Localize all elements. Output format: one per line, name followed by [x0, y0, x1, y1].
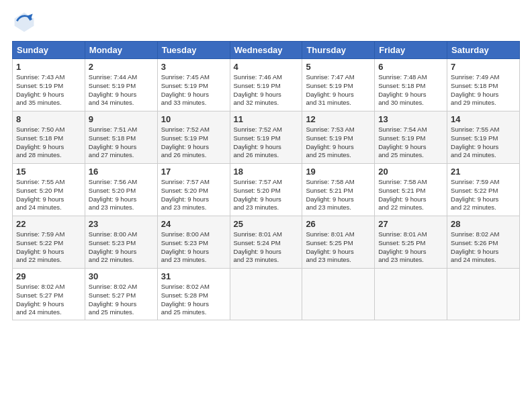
cell-info: Sunrise: 8:02 AMSunset: 5:27 PMDaylight:… — [89, 283, 154, 317]
day-number: 2 — [89, 62, 154, 72]
day-number: 30 — [89, 271, 154, 281]
day-number: 6 — [378, 62, 443, 72]
calendar-cell: 10Sunrise: 7:52 AMSunset: 5:19 PMDayligh… — [157, 111, 230, 164]
calendar-cell: 14Sunrise: 7:55 AMSunset: 5:19 PMDayligh… — [447, 111, 520, 164]
day-number: 10 — [161, 114, 226, 124]
cell-info: Sunrise: 7:58 AMSunset: 5:21 PMDaylight:… — [378, 178, 443, 212]
weekday-header-thursday: Thursday — [302, 42, 375, 59]
day-number: 18 — [234, 167, 299, 177]
cell-info: Sunrise: 8:02 AMSunset: 5:26 PMDaylight:… — [451, 230, 516, 265]
calendar-cell: 9Sunrise: 7:51 AMSunset: 5:18 PMDaylight… — [85, 111, 157, 164]
day-number: 28 — [451, 219, 516, 229]
cell-info: Sunrise: 7:51 AMSunset: 5:18 PMDaylight:… — [89, 126, 154, 160]
day-number: 31 — [161, 271, 226, 281]
header — [12, 10, 520, 34]
calendar-cell: 22Sunrise: 7:59 AMSunset: 5:22 PMDayligh… — [13, 216, 85, 269]
logo — [12, 10, 39, 34]
day-number: 3 — [161, 62, 226, 72]
day-number: 20 — [378, 167, 443, 177]
cell-info: Sunrise: 7:53 AMSunset: 5:19 PMDaylight:… — [306, 126, 371, 160]
calendar-cell: 15Sunrise: 7:55 AMSunset: 5:20 PMDayligh… — [13, 164, 85, 216]
day-number: 12 — [306, 114, 371, 124]
week-row-4: 29Sunrise: 8:02 AMSunset: 5:27 PMDayligh… — [13, 269, 520, 320]
calendar-cell: 29Sunrise: 8:02 AMSunset: 5:27 PMDayligh… — [13, 269, 85, 320]
calendar-cell: 30Sunrise: 8:02 AMSunset: 5:27 PMDayligh… — [85, 269, 157, 320]
calendar-cell: 25Sunrise: 8:01 AMSunset: 5:24 PMDayligh… — [230, 216, 302, 269]
calendar-cell: 3Sunrise: 7:45 AMSunset: 5:19 PMDaylight… — [157, 59, 230, 111]
day-number: 9 — [89, 114, 154, 124]
calendar-cell: 23Sunrise: 8:00 AMSunset: 5:23 PMDayligh… — [85, 216, 157, 269]
calendar-cell: 5Sunrise: 7:47 AMSunset: 5:19 PMDaylight… — [302, 59, 375, 111]
calendar-cell: 11Sunrise: 7:52 AMSunset: 5:19 PMDayligh… — [230, 111, 302, 164]
cell-info: Sunrise: 7:47 AMSunset: 5:19 PMDaylight:… — [306, 73, 371, 107]
calendar-cell — [447, 269, 520, 320]
day-number: 4 — [234, 62, 299, 72]
day-number: 21 — [451, 167, 516, 177]
day-number: 14 — [451, 114, 516, 124]
cell-info: Sunrise: 8:00 AMSunset: 5:23 PMDaylight:… — [89, 230, 154, 265]
cell-info: Sunrise: 8:01 AMSunset: 5:25 PMDaylight:… — [378, 230, 443, 265]
week-row-2: 15Sunrise: 7:55 AMSunset: 5:20 PMDayligh… — [13, 164, 520, 216]
calendar-cell: 31Sunrise: 8:02 AMSunset: 5:28 PMDayligh… — [157, 269, 230, 320]
weekday-header-sunday: Sunday — [13, 42, 85, 59]
cell-info: Sunrise: 8:02 AMSunset: 5:28 PMDaylight:… — [161, 283, 226, 317]
cell-info: Sunrise: 8:01 AMSunset: 5:24 PMDaylight:… — [234, 230, 299, 265]
calendar-cell: 12Sunrise: 7:53 AMSunset: 5:19 PMDayligh… — [302, 111, 375, 164]
cell-info: Sunrise: 7:58 AMSunset: 5:21 PMDaylight:… — [306, 178, 371, 212]
day-number: 29 — [16, 271, 81, 281]
calendar-cell: 21Sunrise: 7:59 AMSunset: 5:22 PMDayligh… — [447, 164, 520, 216]
week-row-3: 22Sunrise: 7:59 AMSunset: 5:22 PMDayligh… — [13, 216, 520, 269]
day-number: 7 — [451, 62, 516, 72]
day-number: 25 — [234, 219, 299, 229]
weekday-header-tuesday: Tuesday — [157, 42, 230, 59]
calendar-cell: 27Sunrise: 8:01 AMSunset: 5:25 PMDayligh… — [375, 216, 447, 269]
weekday-header-friday: Friday — [375, 42, 447, 59]
cell-info: Sunrise: 7:55 AMSunset: 5:20 PMDaylight:… — [16, 178, 81, 212]
cell-info: Sunrise: 7:56 AMSunset: 5:20 PMDaylight:… — [89, 178, 154, 212]
calendar-cell — [302, 269, 375, 320]
cell-info: Sunrise: 8:01 AMSunset: 5:25 PMDaylight:… — [306, 230, 371, 265]
day-number: 8 — [16, 114, 81, 124]
cell-info: Sunrise: 8:02 AMSunset: 5:27 PMDaylight:… — [16, 283, 81, 317]
calendar-cell: 19Sunrise: 7:58 AMSunset: 5:21 PMDayligh… — [302, 164, 375, 216]
day-number: 26 — [306, 219, 371, 229]
calendar-cell: 18Sunrise: 7:57 AMSunset: 5:20 PMDayligh… — [230, 164, 302, 216]
day-number: 22 — [16, 219, 81, 229]
cell-info: Sunrise: 7:52 AMSunset: 5:19 PMDaylight:… — [234, 126, 299, 160]
weekday-header-monday: Monday — [85, 42, 157, 59]
cell-info: Sunrise: 7:44 AMSunset: 5:19 PMDaylight:… — [89, 73, 154, 107]
calendar-cell: 17Sunrise: 7:57 AMSunset: 5:20 PMDayligh… — [157, 164, 230, 216]
calendar-cell: 7Sunrise: 7:49 AMSunset: 5:18 PMDaylight… — [447, 59, 520, 111]
cell-info: Sunrise: 7:49 AMSunset: 5:18 PMDaylight:… — [451, 73, 516, 107]
calendar-page: SundayMondayTuesdayWednesdayThursdayFrid… — [0, 0, 532, 411]
calendar-cell: 13Sunrise: 7:54 AMSunset: 5:19 PMDayligh… — [375, 111, 447, 164]
cell-info: Sunrise: 8:00 AMSunset: 5:23 PMDaylight:… — [161, 230, 226, 265]
logo-icon — [12, 10, 36, 34]
cell-info: Sunrise: 7:57 AMSunset: 5:20 PMDaylight:… — [161, 178, 226, 212]
day-number: 19 — [306, 167, 371, 177]
day-number: 13 — [378, 114, 443, 124]
day-number: 23 — [89, 219, 154, 229]
calendar-cell: 24Sunrise: 8:00 AMSunset: 5:23 PMDayligh… — [157, 216, 230, 269]
calendar-cell: 8Sunrise: 7:50 AMSunset: 5:18 PMDaylight… — [13, 111, 85, 164]
cell-info: Sunrise: 7:50 AMSunset: 5:18 PMDaylight:… — [16, 126, 81, 160]
cell-info: Sunrise: 7:43 AMSunset: 5:19 PMDaylight:… — [16, 73, 81, 107]
calendar-cell — [375, 269, 447, 320]
calendar-cell: 6Sunrise: 7:48 AMSunset: 5:18 PMDaylight… — [375, 59, 447, 111]
day-number: 11 — [234, 114, 299, 124]
calendar-cell: 20Sunrise: 7:58 AMSunset: 5:21 PMDayligh… — [375, 164, 447, 216]
week-row-0: 1Sunrise: 7:43 AMSunset: 5:19 PMDaylight… — [13, 59, 520, 111]
calendar-cell: 26Sunrise: 8:01 AMSunset: 5:25 PMDayligh… — [302, 216, 375, 269]
calendar-cell: 4Sunrise: 7:46 AMSunset: 5:19 PMDaylight… — [230, 59, 302, 111]
calendar-cell: 16Sunrise: 7:56 AMSunset: 5:20 PMDayligh… — [85, 164, 157, 216]
day-number: 1 — [16, 62, 81, 72]
day-number: 27 — [378, 219, 443, 229]
calendar-cell: 28Sunrise: 8:02 AMSunset: 5:26 PMDayligh… — [447, 216, 520, 269]
day-number: 17 — [161, 167, 226, 177]
day-number: 24 — [161, 219, 226, 229]
cell-info: Sunrise: 7:48 AMSunset: 5:18 PMDaylight:… — [378, 73, 443, 107]
cell-info: Sunrise: 7:54 AMSunset: 5:19 PMDaylight:… — [378, 126, 443, 160]
weekday-header-saturday: Saturday — [447, 42, 520, 59]
cell-info: Sunrise: 7:55 AMSunset: 5:19 PMDaylight:… — [451, 126, 516, 160]
cell-info: Sunrise: 7:57 AMSunset: 5:20 PMDaylight:… — [234, 178, 299, 212]
